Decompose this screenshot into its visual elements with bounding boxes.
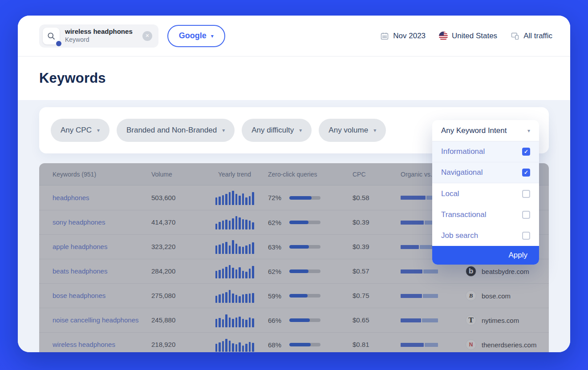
trend-bar (245, 220, 247, 229)
zero-click-bar (289, 196, 320, 200)
clear-search-icon[interactable]: ✕ (142, 31, 152, 41)
filter-pill-any-difficulty[interactable]: Any difficulty▾ (242, 119, 312, 142)
site-label[interactable]: beatsbydre.com (482, 268, 529, 275)
zero-click-value: 68% (268, 341, 286, 349)
keyword-intent-selector[interactable]: Any Keyword Intent ▾ (432, 120, 539, 141)
trend-bar (245, 245, 247, 254)
trend-bar (225, 242, 227, 254)
trend-bar (249, 196, 251, 205)
chevron-down-icon: ▾ (97, 127, 100, 133)
chevron-down-icon: ▾ (373, 127, 376, 133)
trend-bar (215, 319, 218, 327)
keyword-link[interactable]: sony headphones (53, 218, 105, 226)
keyword-link[interactable]: apple headphones (53, 243, 107, 250)
filter-pill-any-cpc[interactable]: Any CPC▾ (51, 119, 109, 142)
cpc-value: $0.39 (353, 243, 369, 250)
trend-chart (215, 191, 254, 205)
keyword-link[interactable]: noise cancelling headphones (53, 316, 138, 324)
trend-bar (222, 319, 224, 327)
date-selector[interactable]: Nov 2023 (380, 32, 426, 40)
intent-option-transactional[interactable]: Transactional (432, 204, 539, 225)
trend-bar (215, 296, 218, 303)
header-label: Zero-click queries (268, 171, 317, 178)
organic-segment (401, 269, 422, 273)
site-label[interactable]: thenerdseries.com (482, 341, 536, 349)
trend-bar (219, 294, 221, 303)
trend-bar (219, 245, 221, 254)
trend-bar (215, 224, 218, 229)
country-selector[interactable]: United States (439, 32, 497, 40)
trend-bar (222, 243, 224, 254)
zero-click-value: 59% (268, 292, 286, 300)
trend-bar (242, 219, 244, 229)
traffic-label: All traffic (523, 32, 552, 40)
trend-bar (239, 246, 241, 254)
intent-option-navigational[interactable]: Navigational✓ (432, 162, 539, 183)
zero-click-bar (289, 245, 320, 249)
apply-button[interactable]: Apply (432, 246, 539, 265)
checkbox[interactable]: ✓ (522, 169, 530, 177)
keyword-link[interactable]: beats headphones (53, 267, 107, 275)
page-title: Keywords (39, 70, 106, 86)
trend-bar (215, 245, 218, 254)
trend-bar (229, 341, 231, 352)
table-header-cell: Volume (151, 170, 201, 178)
zero-click-bar (289, 318, 320, 322)
site-label[interactable]: nytimes.com (482, 317, 519, 324)
keyword-search-box[interactable]: wireless headphones Keyword ✕ (39, 24, 158, 48)
organic-segment (401, 245, 419, 249)
header-label: Keywords (951) (53, 171, 96, 178)
trend-bar (235, 295, 238, 303)
zero-click-fill (289, 318, 310, 322)
trend-bar (239, 267, 241, 278)
checkbox[interactable] (522, 190, 530, 198)
intent-option-label: Informational (441, 147, 485, 156)
filter-pill-branded-and-non-branded[interactable]: Branded and Non-Branded▾ (117, 119, 235, 142)
topbar-controls: Nov 2023 United States All traffic (380, 32, 552, 40)
trend-bar (235, 244, 238, 254)
intent-option-label: Navigational (441, 168, 483, 177)
nerdseries-logo: N (466, 339, 476, 350)
search-query-value[interactable]: wireless headphones (65, 28, 133, 36)
organic-segment (401, 294, 422, 298)
trend-bar (232, 343, 234, 352)
filter-pill-any-volume[interactable]: Any volume▾ (319, 119, 386, 142)
trend-bar (242, 294, 244, 303)
devices-icon (511, 32, 519, 40)
trend-bar (249, 294, 251, 303)
table-header-cell: Keywords (951) (39, 170, 151, 178)
intent-label: Any Keyword Intent (441, 126, 507, 135)
intent-option-local[interactable]: Local (432, 183, 539, 204)
trend-bar (242, 271, 244, 278)
trend-bar (225, 292, 227, 303)
checkbox[interactable]: ✓ (522, 148, 530, 156)
site-label[interactable]: bose.com (482, 292, 511, 300)
trend-bar (249, 221, 251, 229)
filter-pill-label: Any volume (328, 126, 368, 135)
checkbox[interactable] (522, 232, 530, 240)
top-bar: wireless headphones Keyword ✕ Google ▾ N… (18, 16, 570, 56)
trend-bar (252, 343, 254, 352)
checkbox[interactable] (522, 211, 530, 219)
keyword-link[interactable]: bose headphones (53, 292, 105, 299)
trend-bar (232, 294, 234, 303)
keyword-link[interactable]: wireless headphones (53, 341, 115, 348)
organic-split-bar (401, 318, 438, 322)
intent-option-informational[interactable]: Informational✓ (432, 141, 539, 162)
trend-bar (239, 217, 241, 229)
intent-option-job-search[interactable]: Job search (432, 225, 539, 246)
zero-click-value: 72% (268, 194, 286, 201)
trend-bar (219, 197, 221, 205)
intent-option-label: Transactional (441, 210, 486, 219)
chevron-down-icon: ▾ (527, 128, 530, 134)
country-label: United States (452, 32, 497, 40)
table-header-cell: Zero-click queries (268, 171, 353, 178)
search-engine-selector[interactable]: Google ▾ (167, 25, 225, 47)
zero-click-bar (289, 221, 320, 224)
table-row: wireless headphones218,92068%$0.81Nthene… (39, 332, 549, 352)
trend-chart (215, 289, 254, 303)
table-header-cell: Yearly trend (201, 171, 268, 178)
traffic-selector[interactable]: All traffic (511, 32, 552, 40)
keyword-link[interactable]: headphones (53, 194, 89, 201)
organic-segment (401, 343, 424, 347)
